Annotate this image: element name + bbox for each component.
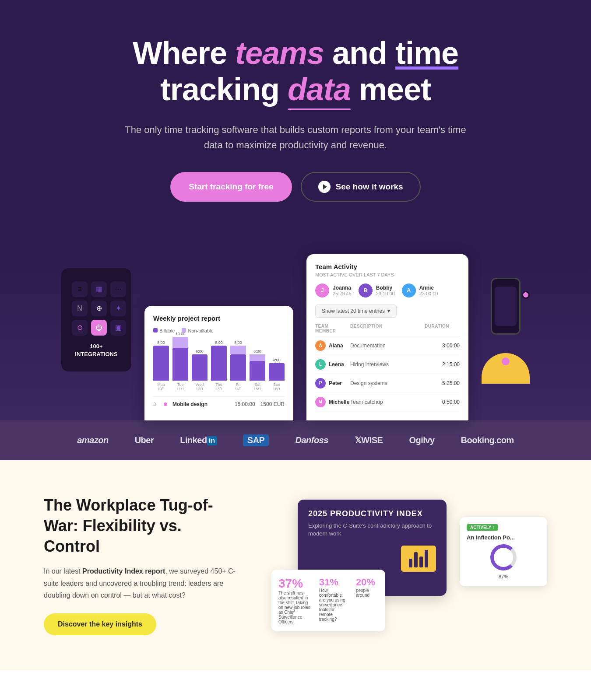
member-time: 25:29:45: [333, 291, 352, 296]
row-dot: [164, 402, 167, 406]
activity-subtitle: MOST ACTIVE OVER LAST 7 DAYS: [315, 272, 460, 277]
hero-data-word: data: [288, 71, 351, 110]
integration-icon: ✦: [110, 301, 126, 316]
integration-icon: ⊙: [72, 320, 88, 336]
integration-icon: ⋯: [110, 281, 126, 297]
show-entries-label: Show latest 20 time entries: [322, 308, 385, 314]
donut-chart: [490, 544, 517, 570]
inflection-title: An Inflection Po...: [467, 534, 540, 541]
entry-row: LLeena Hiring interviews 2:15:00: [315, 355, 460, 374]
avatar: P: [315, 378, 326, 388]
integration-icon: N: [72, 301, 88, 316]
avatar: B: [359, 284, 373, 298]
pct3: 20%: [356, 577, 378, 588]
bar-chart: 8:00 Mon10/1 10:00 Tue11/1 6:00 We: [153, 339, 285, 391]
member-time: 23:10:00: [376, 291, 395, 296]
member-name: Joanna: [333, 285, 352, 291]
member-chip: A Annie 23:00:00: [402, 284, 438, 298]
productivity-bold: Productivity Index report: [82, 567, 165, 575]
chart-title: Weekly project report: [153, 315, 285, 322]
integration-icon: ≡: [72, 281, 88, 297]
integrations-count: 100+: [72, 343, 121, 350]
member-time: 23:00:00: [419, 291, 438, 296]
brand-linkedin: Linkedin: [180, 435, 217, 445]
integration-icon: ▣: [110, 320, 126, 336]
integration-icon: ⊕: [91, 301, 107, 316]
brand-danfoss: Danfoss: [295, 435, 328, 445]
start-tracking-button[interactable]: Start tracking for free: [170, 172, 292, 202]
integrations-badge: ≡ ▦ ⋯ N ⊕ ✦ ⊙ ⏻ ▣ 100+ INTEGRATIONS: [61, 268, 131, 371]
hero-buttons: Start tracking for free See how it works: [44, 172, 547, 202]
activity-title: Team Activity: [315, 263, 460, 270]
productivity-images: 2025 PRODUCTIVITY INDEX Exploring the C-…: [263, 491, 547, 640]
play-icon: [318, 181, 331, 193]
entry-row: MMichelle Team catchup 0:50:00: [315, 393, 460, 412]
top-members: J Joanna 25:29:45 B Bobby 23:10:00 A Ann…: [315, 284, 460, 298]
integrations-label: INTEGRATIONS: [72, 350, 121, 358]
avatar: L: [315, 359, 326, 370]
phone-mockup: [486, 278, 525, 348]
integration-icon: ▦: [91, 281, 107, 297]
hands-mockup: [482, 353, 530, 384]
brands-strip: amazon Uber Linkedin SAP Danfoss 𝕏WISE O…: [0, 420, 591, 460]
chart-table-row: 3 Mobile design 15:00:00 1500 EUR: [153, 396, 285, 412]
row-title: Mobile design: [172, 401, 229, 407]
entry-row: PPeter Design systems 5:25:00: [315, 374, 460, 393]
report-second-card: ACTIVELY ↑ An Inflection Po... 87%: [460, 517, 547, 586]
avatar: J: [315, 284, 329, 298]
hero-heading: Where teams and time tracking data meet: [44, 35, 547, 110]
entry-row: AAlana Documentation 3:00:00: [315, 336, 460, 355]
productivity-section: The Workplace Tug-of-War: Flexibility vs…: [0, 460, 591, 670]
dashboard-preview: ≡ ▦ ⋯ N ⊕ ✦ ⊙ ⏻ ▣ 100+ INTEGRATIONS Week…: [0, 254, 591, 420]
row-duration: 15:00:00: [235, 401, 255, 407]
member-name: Annie: [419, 285, 438, 291]
member-chip: J Joanna 25:29:45: [315, 284, 352, 298]
avatar: A: [402, 284, 416, 298]
productivity-text: The Workplace Tug-of-War: Flexibility vs…: [44, 495, 236, 635]
tracker-section: The time tracker that achieves 100% user…: [0, 670, 591, 700]
pct1-label: The shift has also resulted in the shift…: [278, 591, 312, 624]
see-how-label: See how it works: [336, 182, 403, 192]
row-amount: 1500 EUR: [260, 401, 285, 407]
brand-amazon: amazon: [77, 435, 108, 445]
pct2: 31%: [319, 577, 349, 588]
see-how-button[interactable]: See how it works: [301, 172, 421, 202]
integration-icon: ⏻: [91, 320, 107, 336]
report-title: 2025 PRODUCTIVITY INDEX: [308, 509, 436, 518]
avatar: A: [315, 340, 326, 351]
inflection-badge: ACTIVELY ↑: [467, 524, 498, 531]
member-chip: B Bobby 23:10:00: [359, 284, 395, 298]
avatar: M: [315, 397, 326, 407]
brand-wise: 𝕏WISE: [355, 435, 383, 445]
hero-subtitle: The only time tracking software that bui…: [125, 122, 466, 153]
brand-booking: Booking.com: [461, 435, 514, 445]
dropdown-icon: ▾: [387, 308, 390, 314]
brand-sap: SAP: [243, 434, 269, 446]
productivity-heading: The Workplace Tug-of-War: Flexibility vs…: [44, 495, 236, 556]
show-entries-button[interactable]: Show latest 20 time entries ▾: [315, 304, 397, 318]
hero-teams-word: teams: [235, 35, 324, 70]
row-num: 3: [153, 402, 158, 407]
productivity-body: In our latest Productivity Index report,…: [44, 565, 236, 601]
brand-ogilvy: Ogilvy: [409, 435, 434, 445]
discover-insights-button[interactable]: Discover the key insights: [44, 613, 156, 635]
brand-uber: Uber: [135, 435, 154, 445]
activity-card: Team Activity MOST ACTIVE OVER LAST 7 DA…: [306, 254, 468, 420]
entries-table-header: TEAM MEMBER DESCRIPTION DURATION: [315, 324, 460, 336]
member-name: Bobby: [376, 285, 395, 291]
hero-section: Where teams and time tracking data meet …: [0, 0, 591, 254]
report-small-card: 37% The shift has also resulted in the s…: [271, 570, 385, 631]
chart-card: Weekly project report Billable Non-billa…: [144, 306, 293, 420]
pct1: 37%: [278, 577, 312, 591]
report-subtitle: Exploring the C-Suite's contradictory ap…: [308, 522, 436, 538]
